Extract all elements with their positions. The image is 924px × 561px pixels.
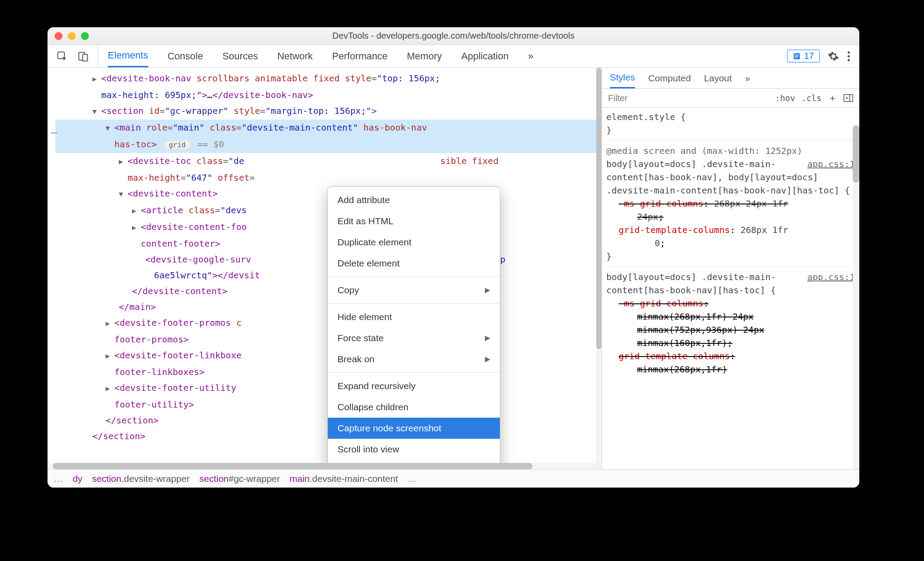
cm-capture-node-screenshot[interactable]: Capture node screenshot (328, 418, 500, 439)
tab-performance[interactable]: Performance (332, 45, 388, 67)
dom-node-selected[interactable]: ▼<main role="main" class="devsite-main-c… (55, 120, 601, 136)
styles-filter-bar: :hov .cls ＋ (602, 89, 859, 108)
cm-hide-element[interactable]: Hide element (328, 306, 500, 328)
svg-rect-2 (83, 54, 88, 61)
svg-rect-10 (844, 95, 853, 102)
tab-elements[interactable]: Elements (108, 45, 148, 67)
css-declaration[interactable]: -ms-grid-columns: 268px 24px 1fr (606, 197, 855, 210)
dom-node-cont: max-height: 695px;">…</devsite-book-nav> (55, 87, 601, 103)
cm-edit-as-html[interactable]: Edit as HTML (328, 211, 500, 232)
styles-pane: Styles Computed Layout » :hov .cls ＋ ele… (601, 68, 859, 469)
sidebar-toggle-icon[interactable] (843, 94, 853, 102)
grid-badge[interactable]: grid (164, 140, 191, 149)
svg-rect-5 (795, 56, 799, 57)
issues-badge[interactable]: 17 (787, 50, 820, 62)
css-declaration-cont: minmax(160px,1fr); (606, 336, 855, 350)
css-declaration[interactable]: grid-template-columns: (606, 350, 855, 363)
horizontal-scrollbar[interactable] (48, 463, 601, 469)
cm-scroll-into-view[interactable]: Scroll into view (328, 439, 500, 460)
window-title: DevTools - developers.google.com/web/too… (332, 31, 574, 41)
settings-icon[interactable] (828, 51, 839, 62)
breadcrumb: … dy section.devsite-wrapper section#gc-… (48, 469, 859, 488)
cm-duplicate-element[interactable]: Duplicate element (328, 232, 500, 253)
more-icon[interactable] (847, 51, 851, 62)
styles-tab-layout[interactable]: Layout (704, 68, 732, 88)
styles-tab-computed[interactable]: Computed (648, 68, 691, 88)
css-declaration-cont: minmax(268px,1fr) (606, 363, 855, 376)
context-menu: Add attribute Edit as HTML Duplicate ele… (327, 186, 500, 469)
main-area: ⋯ ▶<devsite-book-nav scrollbars animatab… (48, 68, 859, 469)
window-controls (55, 32, 89, 40)
dom-node-selected-cont: has-toc> grid == $0 (55, 136, 601, 153)
styles-filter-input[interactable] (608, 93, 769, 103)
breadcrumb-item[interactable]: section.devsite-wrapper (92, 474, 190, 484)
svg-rect-6 (795, 57, 797, 58)
styles-tab-overflow[interactable]: » (745, 68, 750, 88)
styles-tab-styles[interactable]: Styles (610, 68, 635, 88)
styles-body[interactable]: element.style { } @media screen and (max… (602, 108, 859, 469)
close-icon[interactable] (55, 32, 62, 40)
devtools-window: DevTools - developers.google.com/web/too… (48, 27, 859, 488)
cm-copy[interactable]: Copy▶ (328, 280, 500, 301)
css-declaration-cont: 0; (606, 237, 855, 250)
cm-delete-element[interactable]: Delete element (328, 253, 500, 274)
tab-console[interactable]: Console (168, 45, 203, 67)
submenu-arrow-icon: ▶ (485, 282, 490, 298)
zoom-icon[interactable] (81, 32, 89, 40)
main-toolbar: Elements Console Sources Network Perform… (48, 45, 859, 68)
cm-separator (328, 277, 500, 277)
breadcrumb-item[interactable]: section#gc-wrapper (199, 474, 280, 484)
vertical-scrollbar[interactable] (596, 68, 601, 469)
css-declaration[interactable]: -ms-grid-columns: (606, 297, 855, 310)
dom-node-cont: max-height="647" offset= (55, 170, 601, 186)
tab-memory[interactable]: Memory (407, 45, 442, 67)
dom-node[interactable]: ▶<devsite-toc class="de sible fixed (55, 153, 601, 170)
rule-selector[interactable]: element.style { (606, 110, 855, 124)
breadcrumb-ellipsis-left[interactable]: … (54, 474, 63, 484)
submenu-arrow-icon: ▶ (485, 351, 490, 367)
source-link[interactable]: app.css:1 (807, 270, 855, 284)
svg-rect-4 (795, 55, 799, 55)
inspect-icon[interactable] (56, 51, 68, 62)
tab-network[interactable]: Network (277, 45, 313, 67)
css-declaration[interactable]: grid-template-columns: 268px 1fr (606, 223, 855, 237)
gutter-ellipsis-icon: ⋯ (51, 125, 58, 141)
svg-point-9 (847, 59, 850, 61)
breadcrumb-item[interactable]: dy (73, 474, 82, 484)
submenu-arrow-icon: ▶ (485, 330, 490, 346)
breadcrumb-ellipsis-right[interactable]: … (408, 474, 417, 484)
css-declaration-cont: 24px; (606, 210, 855, 223)
issues-count: 17 (804, 51, 814, 61)
css-declaration-cont: minmax(268px,1fr) 24px (606, 310, 855, 323)
tab-application[interactable]: Application (461, 45, 509, 67)
source-link[interactable]: app.css:1 (807, 157, 855, 171)
styles-scrollbar[interactable] (852, 108, 859, 469)
cls-toggle[interactable]: .cls (801, 93, 821, 103)
hov-toggle[interactable]: :hov (775, 93, 795, 103)
device-toggle-icon[interactable] (77, 51, 89, 62)
rule-selector[interactable]: body[layout=docs] .devsite-main-content[… (606, 272, 776, 295)
styles-tabs: Styles Computed Layout » (602, 68, 859, 89)
panel-tabs: Elements Console Sources Network Perform… (98, 45, 778, 67)
rule-close: } (606, 250, 855, 263)
rule-close: } (606, 124, 855, 137)
cm-separator (328, 303, 500, 304)
new-rule-icon[interactable]: ＋ (828, 91, 837, 105)
breadcrumb-item[interactable]: main.devsite-main-content (290, 474, 398, 484)
tabs-overflow[interactable]: » (528, 45, 533, 67)
dom-node[interactable]: ▼<section id="gc-wrapper" style="margin-… (55, 103, 601, 120)
svg-point-8 (847, 55, 850, 57)
titlebar: DevTools - developers.google.com/web/too… (48, 27, 859, 45)
dom-tree-panel[interactable]: ⋯ ▶<devsite-book-nav scrollbars animatab… (48, 68, 601, 469)
tab-sources[interactable]: Sources (222, 45, 258, 67)
minimize-icon[interactable] (68, 32, 76, 40)
cm-collapse-children[interactable]: Collapse children (328, 397, 500, 418)
svg-point-7 (847, 51, 850, 53)
css-declaration-cont: minmax(752px,936px) 24px (606, 323, 855, 336)
dom-node[interactable]: ▶<devsite-book-nav scrollbars animatable… (55, 70, 601, 87)
cm-force-state[interactable]: Force state▶ (328, 328, 500, 349)
cm-expand-recursively[interactable]: Expand recursively (328, 375, 500, 397)
cm-add-attribute[interactable]: Add attribute (328, 189, 500, 211)
cm-break-on[interactable]: Break on▶ (328, 349, 500, 370)
cm-separator (328, 372, 500, 373)
